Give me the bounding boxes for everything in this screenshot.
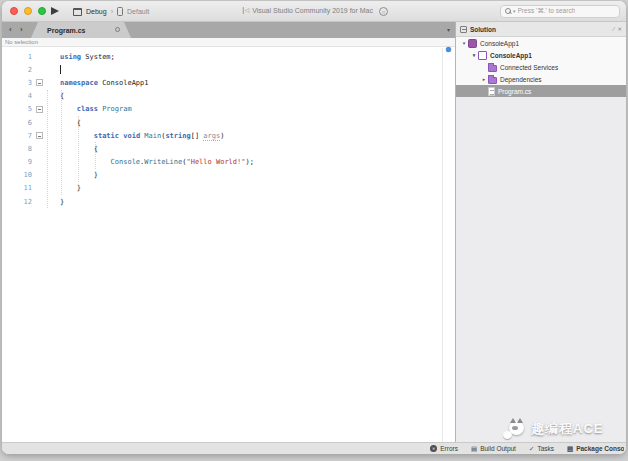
code-token: { — [60, 145, 98, 153]
tree-item-consoleapp1[interactable]: ▾ConsoleApp1 — [456, 49, 626, 61]
close-icon[interactable]: ✕ — [617, 26, 622, 32]
line-number[interactable]: 4 — [2, 92, 32, 100]
chevron-right-icon: › — [111, 8, 113, 15]
fold-gutter[interactable] — [32, 106, 46, 113]
tree-item-consoleapp1[interactable]: ▾ConsoleApp1 — [456, 37, 626, 49]
editor: No selection 1using System;23namespace C… — [2, 38, 455, 442]
navigate-back-button[interactable]: ‹ — [9, 25, 12, 34]
code-token: static — [94, 132, 119, 140]
run-button[interactable] — [51, 7, 59, 15]
code-line[interactable]: 12} — [2, 195, 442, 208]
tab-program-cs[interactable]: Program.cs — [31, 22, 131, 38]
search-input[interactable]: ▾ Press '⌘.' to search — [500, 5, 620, 18]
line-number[interactable]: 10 — [2, 171, 32, 179]
tree-item-label: Dependencies — [500, 76, 542, 83]
search-placeholder: Press '⌘.' to search — [518, 7, 576, 15]
fold-marker-icon[interactable] — [36, 79, 43, 86]
status-item-label: Package Console — [576, 445, 624, 452]
fold-gutter[interactable] — [32, 132, 46, 139]
code-line[interactable]: 5 class Program — [2, 103, 442, 116]
line-number[interactable]: 6 — [2, 119, 32, 127]
code-token: WriteLine — [144, 158, 182, 166]
line-number[interactable]: 1 — [2, 53, 32, 61]
status-item-errors[interactable]: ✕Errors — [430, 445, 458, 452]
vs-window: Debug › Default ◁ Visual Studio Communit… — [2, 1, 626, 454]
line-number[interactable]: 5 — [2, 105, 32, 113]
solution-pad-header: Solution ⁄ ✕ — [456, 22, 626, 37]
search-icon — [505, 8, 511, 14]
tab-strip: ‹ › Program.cs ▾ — [2, 22, 455, 38]
zoom-window-button[interactable] — [38, 7, 46, 15]
app-logo-icon: ◁ — [243, 7, 250, 14]
minimize-window-button[interactable] — [24, 7, 32, 15]
text-caret — [60, 65, 61, 74]
fold-marker-icon[interactable] — [36, 132, 43, 139]
status-item-tasks[interactable]: ✓Tasks — [529, 445, 554, 453]
code-line[interactable]: 7 static void Main(string[] args) — [2, 129, 442, 142]
configuration-icon — [73, 8, 82, 16]
line-number[interactable]: 9 — [2, 158, 32, 166]
code-text: static void Main(string[] args) — [60, 132, 224, 140]
folder-icon — [488, 77, 497, 84]
code-line[interactable]: 2 — [2, 63, 442, 76]
feedback-icon[interactable]: ☺ — [379, 7, 388, 16]
line-number[interactable]: 11 — [2, 184, 32, 192]
code-line[interactable]: 4{ — [2, 90, 442, 103]
code-line[interactable]: 9 Console.WriteLine("Hello World!"); — [2, 156, 442, 169]
code-token: ); — [245, 158, 253, 166]
code-token — [60, 105, 77, 113]
line-number[interactable]: 7 — [2, 132, 32, 140]
expander-icon[interactable]: ▸ — [480, 76, 488, 82]
close-window-button[interactable] — [10, 7, 18, 15]
expander-icon[interactable]: ▾ — [460, 40, 468, 46]
line-number[interactable]: 3 — [2, 79, 32, 87]
code-token: } — [60, 184, 81, 192]
caret-position-marker[interactable] — [446, 47, 451, 52]
fold-gutter[interactable] — [32, 79, 46, 86]
search-dropdown-icon[interactable]: ▾ — [513, 8, 516, 14]
tab-list-dropdown-icon[interactable]: ▾ — [447, 26, 450, 33]
code-token: namespace — [60, 79, 98, 87]
status-item-build-output[interactable]: ▤Build Output — [471, 445, 516, 453]
status-item-package-console[interactable]: ▤Package Console — [567, 445, 624, 453]
status-item-label: Tasks — [537, 445, 554, 452]
code-line[interactable]: 1using System; — [2, 50, 442, 63]
configuration-label[interactable]: Debug — [86, 8, 107, 15]
tree-item-connected-services[interactable]: Connected Services — [456, 61, 626, 73]
code-line[interactable]: 10 } — [2, 169, 442, 182]
solution-tree: ▾ConsoleApp1▾ConsoleApp1Connected Servic… — [456, 37, 626, 97]
tree-item-dependencies[interactable]: ▸Dependencies — [456, 73, 626, 85]
code-token: void — [123, 132, 140, 140]
code-text: { — [60, 145, 98, 153]
error-icon: ✕ — [430, 445, 437, 452]
solution-pad: Solution ⁄ ✕ ▾ConsoleApp1▾ConsoleApp1Con… — [455, 22, 626, 442]
tab-close-indicator-icon[interactable] — [115, 27, 120, 32]
code-line[interactable]: 8 { — [2, 142, 442, 155]
device-icon — [117, 7, 123, 16]
run-configuration-selector[interactable]: Debug › Default — [73, 5, 149, 18]
status-item-label: Build Output — [480, 445, 516, 452]
code-line[interactable]: 3namespace ConsoleApp1 — [2, 76, 442, 89]
code-token: { — [60, 119, 81, 127]
expander-icon[interactable]: ▾ — [470, 52, 478, 58]
code-text: namespace ConsoleApp1 — [60, 79, 149, 87]
tree-item-label: ConsoleApp1 — [480, 40, 519, 47]
fold-marker-icon[interactable] — [36, 106, 43, 113]
code-text: class Program — [60, 105, 132, 113]
device-label[interactable]: Default — [127, 8, 149, 15]
code-text: } — [60, 184, 81, 192]
code-line[interactable]: 11 } — [2, 182, 442, 195]
line-number[interactable]: 2 — [2, 66, 32, 74]
line-number[interactable]: 12 — [2, 198, 32, 206]
pin-icon[interactable]: ⁄ — [613, 26, 614, 32]
navigate-forward-button[interactable]: › — [20, 25, 23, 34]
line-number[interactable]: 8 — [2, 145, 32, 153]
breadcrumb: No selection — [2, 38, 455, 47]
code-lines[interactable]: 1using System;23namespace ConsoleApp14{5… — [2, 48, 443, 442]
code-token: args — [203, 132, 220, 141]
tree-item-program-cs[interactable]: Program.cs — [456, 85, 626, 97]
csfile-icon — [488, 87, 495, 96]
code-line[interactable]: 6 { — [2, 116, 442, 129]
package-console-icon: ▤ — [567, 445, 573, 453]
code-token: [] — [191, 132, 204, 140]
